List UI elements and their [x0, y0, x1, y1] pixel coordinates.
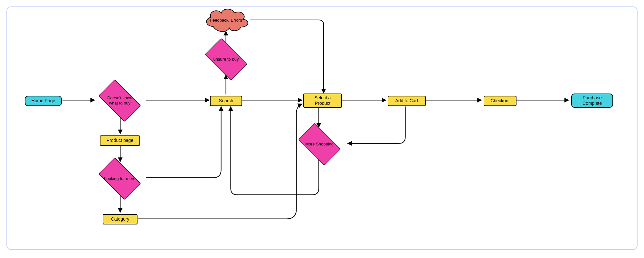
label: unsure to buy [213, 57, 239, 62]
label: Category [111, 216, 129, 222]
node-checkout: Checkout [484, 96, 516, 106]
node-looking: Looking for more [94, 163, 146, 195]
label: Select a Product [307, 95, 339, 106]
label: Checkout [490, 98, 509, 104]
node-search: Search [210, 96, 242, 106]
label: Doesn't know what to buy [104, 95, 136, 106]
diagram-frame: Home Page Doesn't know what to buy Searc… [6, 6, 638, 250]
node-unsure: unsure to buy [200, 43, 252, 75]
label: Looking for more [104, 176, 136, 181]
node-feedback: Feedback/ Errors [202, 7, 250, 33]
node-unknown: Doesn't know what to buy [94, 84, 146, 117]
node-category: Category [103, 214, 137, 224]
node-cart: Add to Cart [388, 96, 426, 106]
label: Purchase Complete [574, 95, 610, 106]
node-select: Select a Product [303, 94, 342, 108]
label: Feedback/ Errors [202, 7, 250, 33]
label: Search [219, 98, 233, 104]
node-complete: Purchase Complete [571, 94, 613, 108]
label: Product page [107, 138, 133, 144]
label: Home Page [32, 98, 55, 104]
node-moreshop: More Shopping [294, 128, 345, 160]
node-product: Product page [100, 135, 140, 146]
label: Add to Cart [395, 98, 418, 104]
node-home: Home Page [25, 96, 62, 106]
label: More Shopping [305, 142, 334, 147]
